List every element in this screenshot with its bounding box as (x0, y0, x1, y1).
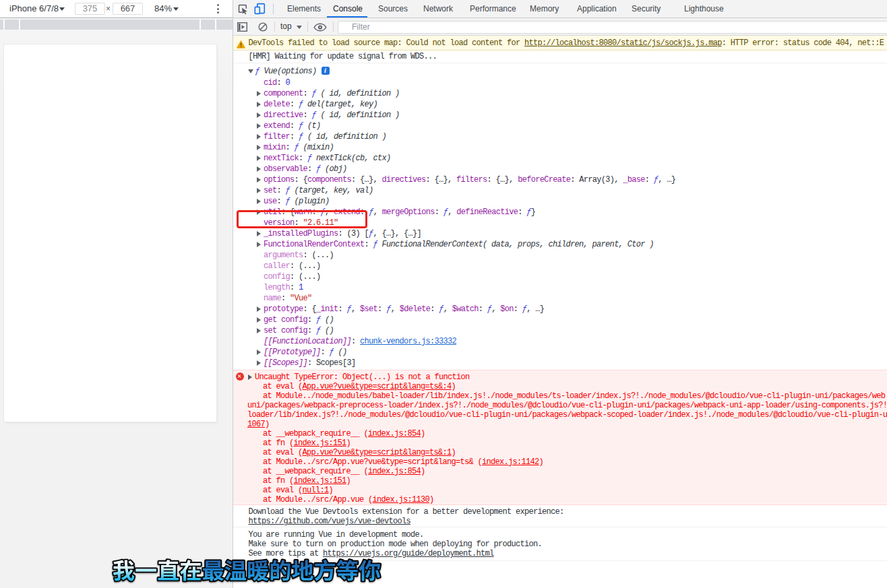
console-filter-input[interactable] (338, 21, 887, 34)
console-link[interactable]: chunk-vendors.js:33332 (360, 337, 456, 346)
console-text: $watch (452, 304, 479, 314)
console-link[interactable]: index.js:854 (368, 429, 421, 438)
console-text: : (277, 197, 286, 206)
console-link[interactable]: https://vuejs.org/guide/deployment.html (323, 549, 494, 558)
console-sidebar-toggle-icon[interactable] (237, 22, 247, 32)
more-options-icon[interactable] (215, 4, 222, 15)
tab-memory[interactable]: Memory (530, 0, 559, 18)
expand-triangle[interactable] (257, 123, 261, 129)
expand-triangle[interactable] (257, 199, 261, 204)
expand-triangle[interactable] (257, 166, 261, 172)
log-line: [HMR] Waiting for update signal from WDS… (233, 52, 887, 61)
console-link[interactable]: App.vue?vue&type=script&lang=ts&:4 (303, 382, 452, 391)
tab-application[interactable]: Application (577, 0, 617, 18)
execution-context-select[interactable]: top (280, 18, 292, 35)
device-select-caret-icon[interactable] (59, 7, 65, 11)
tree-row[interactable]: _installedPlugins: (3) [ƒ, {…}, {…}] (233, 228, 887, 239)
zoom-select-caret-icon[interactable] (173, 7, 179, 11)
tree-row[interactable]: name: "Vue" (233, 293, 887, 304)
console-text: beforeCreate (518, 175, 570, 185)
tab-network[interactable]: Network (423, 0, 453, 18)
console-text: (t) (303, 121, 321, 131)
expand-triangle[interactable] (257, 350, 261, 355)
tree-row[interactable]: FunctionalRenderContext: ƒ FunctionalRen… (233, 239, 887, 250)
tree-row[interactable]: prototype: {_init: ƒ, $set: ƒ, $delete: … (233, 304, 887, 315)
expand-triangle[interactable] (257, 91, 261, 96)
tree-row[interactable]: get config: ƒ () (233, 315, 887, 325)
media-query-bar[interactable] (0, 20, 233, 30)
tree-row[interactable]: filter: ƒ ( id, definition ) (233, 131, 887, 142)
tree-row[interactable]: [[Prototype]]: ƒ () (233, 347, 887, 358)
expand-triangle[interactable] (257, 231, 261, 236)
tree-row[interactable]: extend: ƒ (t) (233, 121, 887, 131)
console-text: _base (623, 175, 645, 185)
tree-row[interactable]: caller: (...) (233, 261, 887, 271)
console-text: at fn ( (263, 438, 294, 448)
expand-triangle-open[interactable] (248, 69, 253, 73)
console-link[interactable]: index.js:854 (368, 467, 421, 476)
console-link[interactable]: index.js:151 (294, 438, 346, 448)
console-link[interactable]: 1067 (247, 420, 265, 429)
console-link[interactable]: https://github.com/vuejs/vue-devtools (249, 517, 411, 526)
console-text: mergeOptions (382, 207, 435, 217)
expand-triangle[interactable] (257, 145, 261, 150)
live-expression-eye-icon[interactable] (313, 23, 327, 32)
tab-security[interactable]: Security (632, 0, 661, 18)
console-link[interactable]: index.js:151 (294, 476, 346, 486)
toggle-device-toolbar-icon[interactable] (254, 3, 266, 15)
console-link[interactable]: http://localhost:8080/static/js/sockjs.j… (524, 38, 722, 48)
tree-row[interactable]: [[FunctionLocation]]: chunk-vendors.js:3… (233, 336, 887, 347)
tree-row[interactable]: component: ƒ ( id, definition ) (233, 88, 887, 99)
device-height-input[interactable]: 667 (113, 3, 143, 15)
console-link[interactable]: index.js:1142 (482, 457, 539, 467)
tree-row[interactable]: set config: ƒ () (233, 325, 887, 336)
expand-triangle[interactable] (257, 328, 261, 333)
expand-triangle[interactable] (257, 177, 261, 183)
tab-sources[interactable]: Sources (378, 0, 408, 18)
tree-header[interactable]: ƒ Vue(options) (233, 65, 887, 77)
clear-console-icon[interactable] (258, 22, 268, 32)
error-icon (236, 372, 244, 381)
tree-row[interactable]: delete: ƒ del(target, key) (233, 99, 887, 110)
console-text: config (264, 272, 290, 282)
tree-row[interactable]: [[Scopes]]: Scopes[3] (233, 358, 887, 368)
tree-row[interactable]: use: ƒ (plugin) (233, 196, 887, 207)
tree-row[interactable]: config: (...) (233, 271, 887, 282)
expand-triangle[interactable] (257, 156, 261, 161)
devtools-pane: ElementsConsoleSourcesNetworkPerformance… (233, 0, 887, 588)
expand-triangle[interactable] (257, 317, 261, 323)
tree-row[interactable]: observable: ƒ (obj) (233, 164, 887, 174)
device-width-input[interactable]: 375 (75, 3, 105, 15)
tree-row[interactable]: nextTick: ƒ nextTick(cb, ctx) (233, 153, 887, 164)
tree-row[interactable]: options: {components: {…}, directives: {… (233, 174, 887, 185)
console-text: : (321, 348, 330, 357)
context-select-caret-icon[interactable] (297, 26, 302, 29)
expand-triangle[interactable] (257, 306, 261, 312)
info-icon[interactable] (322, 67, 330, 75)
tree-row[interactable]: arguments: (...) (233, 250, 887, 261)
tab-elements[interactable]: Elements (287, 0, 321, 18)
tab-lighthouse[interactable]: Lighthouse (684, 0, 724, 18)
zoom-select[interactable]: 84% (154, 0, 172, 18)
tree-row[interactable]: mixin: ƒ (mixin) (233, 142, 887, 153)
device-viewport[interactable] (4, 44, 216, 422)
tree-row[interactable]: directive: ƒ ( id, definition ) (233, 110, 887, 121)
device-select[interactable]: iPhone 6/7/8 (9, 0, 59, 18)
expand-triangle[interactable] (257, 112, 261, 118)
expand-triangle[interactable] (257, 188, 261, 193)
tab-console[interactable]: Console (333, 0, 363, 18)
expand-triangle[interactable] (257, 102, 261, 107)
console-link[interactable]: index.js:1130 (373, 495, 430, 504)
tab-performance[interactable]: Performance (470, 0, 516, 18)
console-text: [[Scopes]] (264, 358, 307, 368)
console-link[interactable]: null:1 (303, 486, 329, 495)
expand-triangle[interactable] (248, 374, 252, 380)
expand-triangle[interactable] (257, 360, 261, 366)
console-link[interactable]: App.vue?vue&type=script&lang=ts&:1 (303, 448, 452, 457)
tree-row[interactable]: set: ƒ (target, key, val) (233, 185, 887, 196)
inspect-element-icon[interactable] (238, 4, 248, 14)
expand-triangle[interactable] (257, 134, 261, 139)
expand-triangle[interactable] (257, 242, 261, 247)
tree-row[interactable]: cid: 0 (233, 77, 887, 88)
tree-row[interactable]: length: 1 (233, 282, 887, 293)
